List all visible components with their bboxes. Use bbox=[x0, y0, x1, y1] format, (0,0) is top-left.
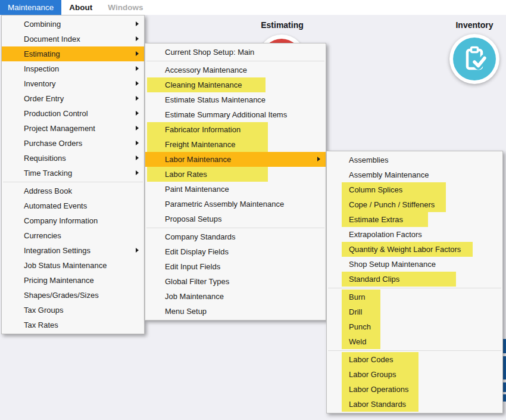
blue-fragment bbox=[503, 356, 506, 379]
menu-item-freight-maintenance[interactable]: Freight Maintenance bbox=[145, 137, 326, 152]
menu-item-label: Time Tracking bbox=[2, 166, 144, 181]
menu-item-purchase-orders[interactable]: Purchase Orders bbox=[2, 136, 144, 151]
menu-item-estimate-extras[interactable]: Estimate Extras bbox=[327, 212, 502, 227]
menu-item-label: Freight Maintenance bbox=[145, 137, 326, 152]
menubar-item-maintenance[interactable]: Maintenance bbox=[0, 0, 61, 15]
menu-item-standard-clips[interactable]: Standard Clips bbox=[327, 272, 502, 287]
menu-item-label: Cope / Punch / Stiffeners bbox=[327, 197, 502, 212]
menu-item-currencies[interactable]: Currencies bbox=[2, 228, 144, 243]
menu-item-labor-standards[interactable]: Labor Standards bbox=[327, 397, 502, 412]
menu-item-address-book[interactable]: Address Book bbox=[2, 183, 144, 198]
menu-item-estimate-summary-additional-items[interactable]: Estimate Summary Additional Items bbox=[145, 107, 326, 122]
menu-item-punch[interactable]: Punch bbox=[327, 319, 502, 334]
menu-item-estimating[interactable]: Estimating bbox=[2, 46, 144, 61]
menu-item-labor-operations[interactable]: Labor Operations bbox=[327, 382, 502, 397]
menu-item-label: Combining bbox=[2, 17, 144, 32]
menu-item-parametric-assembly-maintenance[interactable]: Parametric Assembly Maintenance bbox=[145, 197, 326, 211]
menu-item-shop-setup-maintenance[interactable]: Shop Setup Maintenance bbox=[327, 257, 502, 272]
menu-item-assembly-maintenance[interactable]: Assembly Maintenance bbox=[327, 167, 502, 182]
submenu-arrow-icon bbox=[136, 36, 139, 41]
submenu-arrow-icon bbox=[136, 96, 139, 101]
submenu-arrow-icon bbox=[136, 111, 139, 116]
menu-item-labor-rates[interactable]: Labor Rates bbox=[145, 167, 326, 182]
menu-item-label: Estimate Extras bbox=[327, 212, 502, 227]
menu-item-combining[interactable]: Combining bbox=[2, 17, 144, 32]
menu-item-label: Document Index bbox=[2, 32, 144, 46]
menu-item-label: Production Control bbox=[2, 106, 144, 121]
menu-item-tax-rates[interactable]: Tax Rates bbox=[2, 318, 144, 332]
menu-item-edit-display-fields[interactable]: Edit Display Fields bbox=[145, 244, 326, 259]
menu-item-label: Purchase Orders bbox=[2, 136, 144, 151]
menu-item-label: Pricing Maintenance bbox=[2, 273, 144, 288]
menu-item-label: Company Information bbox=[2, 213, 144, 228]
menu-item-label: Labor Codes bbox=[327, 352, 502, 367]
menu-item-column-splices[interactable]: Column Splices bbox=[327, 182, 502, 197]
menu-item-label: Estimating bbox=[2, 46, 144, 61]
menu-item-label: Cleaning Maintenance bbox=[145, 77, 326, 92]
submenu-arrow-icon bbox=[136, 51, 139, 56]
menu-item-burn[interactable]: Burn bbox=[327, 290, 502, 304]
menu-item-company-information[interactable]: Company Information bbox=[2, 213, 144, 228]
submenu-arrow-icon bbox=[317, 157, 320, 161]
menu-item-drill[interactable]: Drill bbox=[327, 304, 502, 319]
menu-item-project-management[interactable]: Project Management bbox=[2, 121, 144, 136]
menu-item-label: Address Book bbox=[2, 183, 144, 198]
menu-item-inspection[interactable]: Inspection bbox=[2, 61, 144, 76]
menu-item-inventory[interactable]: Inventory bbox=[2, 76, 144, 91]
menu-item-document-index[interactable]: Document Index bbox=[2, 32, 144, 46]
menu-item-label: Extrapolation Factors bbox=[327, 227, 502, 242]
menu-item-job-status-maintenance[interactable]: Job Status Maintenance bbox=[2, 258, 144, 273]
menu-item-label: Currencies bbox=[2, 228, 144, 243]
estimating-submenu: Current Shop Setup: MainAccessory Mainte… bbox=[145, 43, 326, 321]
menu-item-label: Proposal Setups bbox=[145, 211, 326, 226]
menu-separator bbox=[146, 61, 324, 61]
menu-item-label: Job Status Maintenance bbox=[2, 258, 144, 273]
menu-item-time-tracking[interactable]: Time Tracking bbox=[2, 166, 144, 181]
menu-item-company-standards[interactable]: Company Standards bbox=[145, 229, 326, 244]
menu-item-order-entry[interactable]: Order Entry bbox=[2, 91, 144, 106]
menu-item-integration-settings[interactable]: Integration Settings bbox=[2, 243, 144, 258]
menu-item-current-shop-setup-main[interactable]: Current Shop Setup: Main bbox=[145, 45, 326, 60]
menu-item-label: Project Management bbox=[2, 121, 144, 136]
menu-item-label: Accessory Maintenance bbox=[145, 63, 326, 77]
menu-item-paint-maintenance[interactable]: Paint Maintenance bbox=[145, 182, 326, 197]
menu-item-fabricator-information[interactable]: Fabricator Information bbox=[145, 122, 326, 137]
menu-item-production-control[interactable]: Production Control bbox=[2, 106, 144, 121]
menu-item-shapes-grades-sizes[interactable]: Shapes/Grades/Sizes bbox=[2, 288, 144, 303]
submenu-arrow-icon bbox=[136, 155, 139, 160]
menubar-item-about[interactable]: About bbox=[61, 0, 100, 15]
estimating-tile-label: Estimating bbox=[249, 20, 316, 30]
menu-item-label: Shapes/Grades/Sizes bbox=[2, 288, 144, 303]
menu-item-extrapolation-factors[interactable]: Extrapolation Factors bbox=[327, 227, 502, 242]
menu-item-edit-input-fields[interactable]: Edit Input Fields bbox=[145, 259, 326, 274]
menu-item-quantity-weight-labor-factors[interactable]: Quantity & Weight Labor Factors bbox=[327, 242, 502, 257]
menu-item-global-filter-types[interactable]: Global Filter Types bbox=[145, 274, 326, 289]
menu-item-labor-groups[interactable]: Labor Groups bbox=[327, 367, 502, 382]
menu-item-menu-setup[interactable]: Menu Setup bbox=[145, 304, 326, 319]
menu-item-label: Column Splices bbox=[327, 182, 502, 197]
menu-separator bbox=[146, 228, 324, 228]
menu-item-cleaning-maintenance[interactable]: Cleaning Maintenance bbox=[145, 77, 326, 92]
menu-item-weld[interactable]: Weld bbox=[327, 334, 502, 349]
menu-item-requisitions[interactable]: Requisitions bbox=[2, 151, 144, 166]
menu-separator bbox=[3, 182, 143, 182]
menu-item-labor-codes[interactable]: Labor Codes bbox=[327, 352, 502, 367]
menu-item-pricing-maintenance[interactable]: Pricing Maintenance bbox=[2, 273, 144, 288]
menu-item-label: Order Entry bbox=[2, 91, 144, 106]
menu-item-label: Shop Setup Maintenance bbox=[327, 257, 502, 272]
menu-item-tax-groups[interactable]: Tax Groups bbox=[2, 303, 144, 318]
menu-item-estimate-status-maintenance[interactable]: Estimate Status Maintenance bbox=[145, 92, 326, 107]
submenu-arrow-icon bbox=[136, 81, 139, 86]
menu-item-job-maintenance[interactable]: Job Maintenance bbox=[145, 289, 326, 304]
blue-fragment bbox=[503, 394, 506, 402]
menu-item-label: Company Standards bbox=[145, 229, 326, 244]
menu-item-label: Paint Maintenance bbox=[145, 182, 326, 197]
menu-item-cope-punch-stiffeners[interactable]: Cope / Punch / Stiffeners bbox=[327, 197, 502, 212]
menu-item-label: Labor Standards bbox=[327, 397, 502, 412]
menu-item-label: Edit Input Fields bbox=[145, 259, 326, 274]
menu-item-accessory-maintenance[interactable]: Accessory Maintenance bbox=[145, 63, 326, 77]
menu-item-proposal-setups[interactable]: Proposal Setups bbox=[145, 211, 326, 226]
menu-item-assemblies[interactable]: Assemblies bbox=[327, 153, 502, 167]
menu-item-labor-maintenance[interactable]: Labor Maintenance bbox=[145, 152, 326, 167]
menu-item-automated-events[interactable]: Automated Events bbox=[2, 198, 144, 213]
